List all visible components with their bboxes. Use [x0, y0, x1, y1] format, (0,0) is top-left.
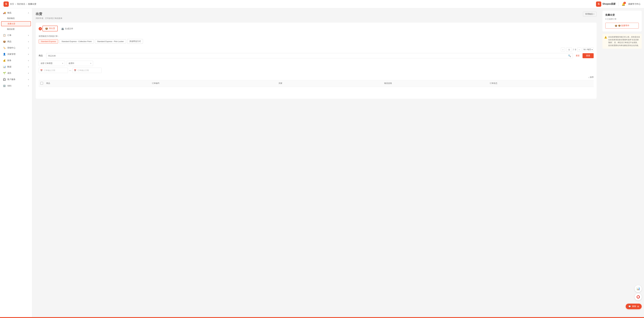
- table-header-logistics: 物流选项: [382, 82, 488, 85]
- prev-page-button[interactable]: ‹: [561, 48, 565, 52]
- sort-label: 排序: [590, 76, 594, 79]
- filter-tag-pick-locker[interactable]: Standard Express - Pick Locker: [95, 39, 126, 44]
- date-start-input[interactable]: 📅 订单确认日期: [39, 68, 68, 73]
- sidebar-header-products[interactable]: 📦 商品 ∨: [0, 39, 32, 44]
- sidebar-header-sbs[interactable]: 🏢 SBS ∨: [0, 83, 32, 89]
- orders-icon: 📋: [3, 34, 6, 37]
- sidebar-section-sbs: 🏢 SBS ∨: [0, 83, 32, 89]
- tab-generate-file[interactable]: 🖨️ 生成文件: [58, 26, 76, 32]
- panel-card: 批量出货 0 已选择订单 📦 📦 批量寄件: [602, 11, 642, 32]
- sort-button[interactable]: ↕ 排序: [588, 76, 594, 79]
- page-subtitle: 同时申请、打印多笔订单的面单: [36, 17, 596, 20]
- per-page-arrow-icon: ▾: [592, 49, 593, 51]
- float-widgets: 📊 ⭕: [635, 285, 642, 300]
- order-type-dropdown[interactable]: 全部 订单类型 ▾: [39, 61, 65, 66]
- sidebar-section-customer: 🎧 客户服务 ∨: [0, 77, 32, 82]
- brand-area: S Shopee卖家: [596, 2, 616, 7]
- sidebar-label-logistics: 物流: [7, 12, 12, 14]
- batch-ship-icon: 📦: [615, 25, 617, 27]
- filter-tag-collection-point[interactable]: Standard Express - Collection Point: [59, 39, 94, 44]
- chat-icon: 💬: [628, 305, 631, 307]
- order-type-arrow-icon: ▾: [62, 62, 63, 64]
- panel-title: 批量出货: [605, 14, 639, 17]
- search-label: 商品: [39, 54, 44, 57]
- sidebar-section-finance: 💰 财务 ∨: [0, 58, 32, 63]
- sidebar-marketing-left: 🏷️ 营销中心: [3, 47, 16, 49]
- search-button[interactable]: 搜索: [582, 53, 594, 58]
- tabs-area: 2 📦 待出货 🖨️ 生成文件: [39, 26, 594, 32]
- sidebar-header-left: 🚚 物流: [3, 12, 12, 14]
- sidebar-header-logistics[interactable]: 🚚 物流 ∧: [0, 10, 32, 16]
- current-page-input[interactable]: [566, 48, 572, 52]
- filter-label: 依照物流方式筛选订单：: [39, 35, 60, 38]
- sidebar-header-finance[interactable]: 💰 财务 ∨: [0, 58, 32, 63]
- orders-arrow-icon: ∨: [28, 34, 29, 36]
- marketing-arrow-icon: ∨: [28, 47, 29, 49]
- notification-button[interactable]: 🔔 1: [622, 2, 625, 6]
- sidebar-customer-left: 🎧 客户服务: [3, 78, 16, 81]
- filter-tag-standard-express[interactable]: Standard Express: [39, 39, 58, 44]
- sidebar-label-orders: 订单: [7, 34, 12, 37]
- tab-pending-icon: 📦: [45, 27, 48, 30]
- breadcrumb-sep2: >: [26, 3, 27, 5]
- table-header-checkbox-cell: [39, 82, 44, 85]
- tab-pending-shipment[interactable]: 📦 待出货: [42, 26, 58, 31]
- select-all-checkbox[interactable]: [40, 82, 43, 85]
- finance-arrow-icon: ∨: [28, 60, 29, 62]
- tab-generate-label: 生成文件: [65, 27, 73, 30]
- sidebar-item-my-logistics[interactable]: 我的物流: [0, 16, 32, 21]
- brand-name: Shopee卖家: [602, 3, 616, 6]
- calendar-end-icon: 📅: [74, 69, 76, 72]
- batch-ship-label: 📦 批量寄件: [618, 24, 629, 27]
- logistics-icon: 🚚: [3, 12, 6, 14]
- table-header-buyer: 买家: [277, 82, 382, 85]
- status-dropdown[interactable]: 处理中 ▾: [67, 61, 93, 66]
- learn-center-link[interactable]: 卖家学习中心: [628, 3, 640, 6]
- sidebar-label-data: 数据: [7, 66, 12, 68]
- growth-arrow-icon: ∨: [28, 72, 29, 74]
- customer-icon: 🎧: [3, 78, 6, 81]
- sbs-icon: 🏢: [3, 84, 6, 87]
- batch-ship-button[interactable]: 📦 📦 批量寄件: [605, 23, 639, 29]
- breadcrumb-logistics[interactable]: 我的物流: [17, 3, 25, 6]
- filter-tags: Standard Express Standard Express - Coll…: [39, 39, 594, 44]
- notice-warning-icon: ⚠️: [604, 36, 607, 47]
- sidebar-section-buyer: 👤 买家管理 ∨: [0, 51, 32, 57]
- manage-logistics-button[interactable]: 管理物流 >: [583, 12, 596, 17]
- data-arrow-icon: ∨: [28, 66, 29, 68]
- breadcrumb-home[interactable]: 首页: [10, 3, 14, 6]
- sidebar-label-growth: 成长: [7, 72, 12, 74]
- bottom-bar: [0, 317, 644, 318]
- sidebar-orders-left: 📋 订单: [3, 34, 12, 37]
- date-end-input[interactable]: 📅 订单确认日期: [72, 68, 102, 73]
- sidebar-label-finance: 财务: [7, 59, 12, 62]
- search-input-wrap: 🔍: [46, 53, 573, 58]
- status-arrow-icon: ▾: [90, 62, 91, 64]
- search-row: 商品 🔍 重置 搜索: [39, 53, 594, 58]
- next-page-button[interactable]: ›: [577, 48, 581, 52]
- products-arrow-icon: ∨: [28, 41, 29, 43]
- header-right: S Shopee卖家 🔔 1 卖家学习中心: [596, 2, 640, 7]
- chat-float-button[interactable]: 💬 聊聊 ⊞: [626, 304, 642, 309]
- sidebar-header-customer[interactable]: 🎧 客户服务 ∨: [0, 77, 32, 82]
- sidebar-section-growth: 🌱 成长 ∨: [0, 70, 32, 76]
- shopee-logo-icon: S: [4, 2, 9, 7]
- data-icon: 📊: [3, 65, 6, 68]
- search-input[interactable]: [48, 55, 568, 57]
- date-start-placeholder: 订单确认日期: [44, 69, 55, 72]
- sidebar-item-batch-shipment[interactable]: 批量出货: [1, 21, 31, 26]
- analytics-widget-button[interactable]: 📊: [635, 285, 642, 292]
- sidebar-item-logistics-settings[interactable]: 物流设置: [0, 27, 32, 32]
- sidebar-section-data: 📊 数据 ∨: [0, 64, 32, 70]
- filter-tag-other[interactable]: 其他寄送方式: [127, 39, 143, 44]
- date-end-placeholder: 订单确认日期: [78, 69, 89, 72]
- sidebar-header-growth[interactable]: 🌱 成长 ∨: [0, 70, 32, 76]
- per-page-select[interactable]: 50 / 每页 ▾: [582, 48, 594, 52]
- sidebar-header-data[interactable]: 📊 数据 ∨: [0, 64, 32, 70]
- sidebar-header-marketing[interactable]: 🏷️ 营销中心 ∨: [0, 45, 32, 51]
- circle-widget-button[interactable]: ⭕: [635, 293, 642, 300]
- reset-button[interactable]: 重置: [574, 54, 581, 57]
- sidebar-header-orders[interactable]: 📋 订单 ∨: [0, 32, 32, 38]
- sidebar-header-buyer[interactable]: 👤 买家管理 ∨: [0, 51, 32, 57]
- buyer-icon: 👤: [3, 53, 6, 56]
